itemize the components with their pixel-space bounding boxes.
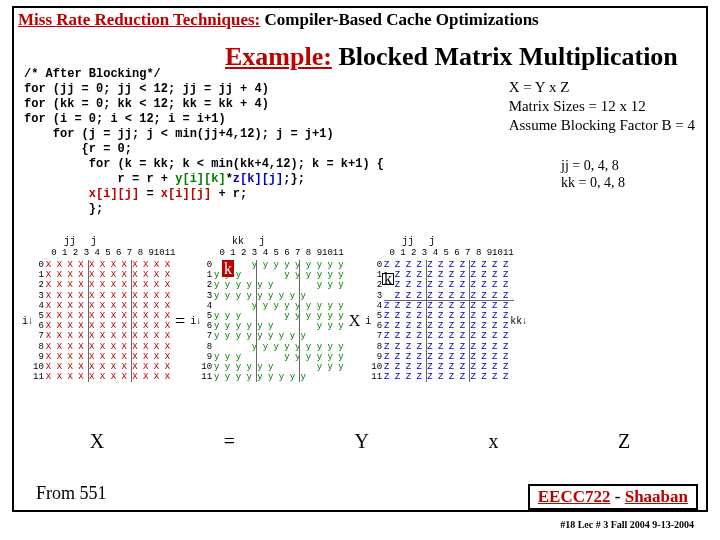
code-line: r = r + <box>24 172 175 186</box>
matrix-y: y y y y y y y y y y y y y y y y y y y y … <box>214 260 344 382</box>
col-labels: 0 1 2 3 4 5 6 7 8 91011 <box>214 248 344 258</box>
code-line: * <box>226 172 233 186</box>
col-labels: 0 1 2 3 4 5 6 7 8 91011 <box>46 248 176 258</box>
col-labels: 0 1 2 3 4 5 6 7 8 91011 <box>384 248 514 258</box>
code-line: /* After Blocking*/ <box>24 67 161 81</box>
code-block: /* After Blocking*/ for (jj = 0; jj < 12… <box>24 52 384 232</box>
x-name: X <box>90 430 104 453</box>
matrix-x: X X X X X X X X X X X X X X X X X X X X … <box>46 260 170 382</box>
code-line: {r = 0; <box>24 142 132 156</box>
k-highlight: k <box>222 260 234 278</box>
equals-op: = <box>175 311 185 332</box>
row-labels: 0 1 2 3 4 5 6 7 8 9 10 11 <box>33 260 44 382</box>
header-rest: Compiler-Based Cache Optimizations <box>260 10 538 29</box>
matrix-x-box: jj j 0 1 2 3 4 5 6 7 8 91011 X X X X X X… <box>46 260 170 382</box>
code-z: z[k][j] <box>233 172 283 186</box>
slide-meta: #18 Lec # 3 Fall 2004 9-13-2004 <box>560 519 694 530</box>
source-note: From 551 <box>36 483 107 504</box>
j-label: j <box>91 236 97 247</box>
code-x: x[i][j] <box>161 187 211 201</box>
jj-label: jj <box>402 236 414 247</box>
j-label: j <box>429 236 435 247</box>
kk-side-label: kk <box>510 316 522 327</box>
code-line: for (jj = 0; jj < 12; jj = jj + 4) <box>24 82 269 96</box>
matrix-y-box: kk j 0 1 2 3 4 5 6 7 8 91011 k y y y y y… <box>214 260 344 382</box>
x-op-name: x <box>488 430 498 453</box>
row-labels: 0 1 2 3 4 5 6 7 8 9 10 11 <box>371 260 382 382</box>
eqn-line: Matrix Sizes = 12 x 12 <box>509 97 695 116</box>
matrix-z: Z Z Z Z Z Z Z Z Z Z Z Z Z Z Z Z Z Z Z Z … <box>384 260 508 382</box>
down-arrow-icon: ↓ <box>522 317 527 325</box>
slide-header: Miss Rate Reduction Techniques: Compiler… <box>18 10 702 30</box>
code-line: }; <box>24 202 103 216</box>
matrix-z-box: jj j 0 1 2 3 4 5 6 7 8 91011 k Z Z Z Z Z… <box>384 260 508 382</box>
course-code: EECC722 <box>538 487 611 506</box>
header-highlight: Miss Rate Reduction Techniques: <box>18 10 260 29</box>
footer-badge: EECC722 - Shaaban <box>528 484 698 510</box>
code-line: for (k = kk; k < min(kk+4,12); k = k+1) … <box>24 157 384 171</box>
times-label: X <box>349 312 361 330</box>
code-line: for (i = 0; i < 12; i = i+1) <box>24 112 226 126</box>
eqn-line: X = Y x Z <box>509 78 695 97</box>
k-label: k <box>382 273 394 285</box>
footer-sep: - <box>611 487 625 506</box>
idx-line: kk = 0, 4, 8 <box>561 175 625 192</box>
code-line: for (j = jj; j < min(jj+4,12); j = j+1) <box>24 127 334 141</box>
jj-label: jj <box>64 236 76 247</box>
z-name: Z <box>618 430 630 453</box>
code-line <box>24 187 89 201</box>
matrix-z-wrap: 0 1 2 3 4 5 6 7 8 9 10 11 jj j 0 1 2 3 4… <box>371 260 527 382</box>
eqn-line: Assume Blocking Factor B = 4 <box>509 116 695 135</box>
slide: Miss Rate Reduction Techniques: Compiler… <box>0 0 720 540</box>
j-label: j <box>259 236 265 247</box>
matrix-names: X = Y x Z <box>30 430 690 453</box>
code-line: + r; <box>211 187 247 201</box>
matrix-x-wrap: i↓ 0 1 2 3 4 5 6 7 8 9 10 11 jj j 0 1 2 … <box>22 260 170 382</box>
matrices-row: i↓ 0 1 2 3 4 5 6 7 8 9 10 11 jj j 0 1 2 … <box>22 260 710 382</box>
equations: X = Y x Z Matrix Sizes = 12 x 12 Assume … <box>509 78 695 134</box>
eq-name: = <box>224 430 235 453</box>
footer-inner: EECC722 - Shaaban <box>530 486 696 508</box>
k-label: k <box>222 260 234 277</box>
k-box: k <box>382 270 394 288</box>
author-name: Shaaban <box>625 487 688 506</box>
index-values: jj = 0, 4, 8 kk = 0, 4, 8 <box>561 158 625 192</box>
code-line: = <box>139 187 161 201</box>
kk-label: kk <box>232 236 244 247</box>
code-line: for (kk = 0; kk < 12; kk = kk + 4) <box>24 97 269 111</box>
code-line: ;}; <box>283 172 305 186</box>
code-y: y[i][k] <box>175 172 225 186</box>
idx-line: jj = 0, 4, 8 <box>561 158 625 175</box>
code-x: x[i][j] <box>89 187 139 201</box>
matrix-y-wrap: 0 1 2 3 4 5 6 7 8 9 10 11 kk j 0 1 2 3 4… <box>201 260 343 382</box>
row-labels: 0 1 2 3 4 5 6 7 8 9 10 11 <box>201 260 212 382</box>
y-name: Y <box>355 430 369 453</box>
